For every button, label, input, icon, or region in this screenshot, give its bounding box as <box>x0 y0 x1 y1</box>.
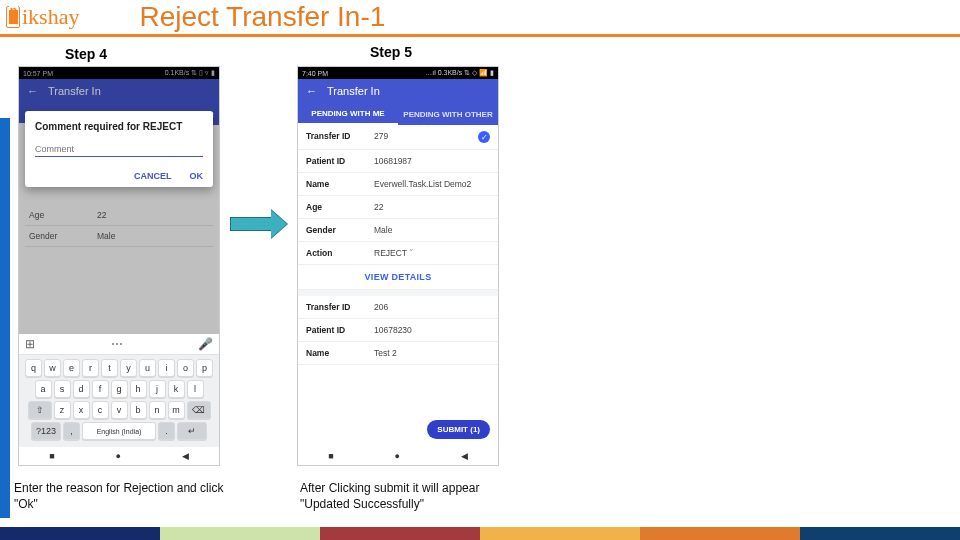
detail-row: Patient ID10681987 <box>298 150 498 173</box>
key-o[interactable]: o <box>177 359 194 377</box>
keyboard-suggestion-bar: ⊞ ⋯ 🎤 <box>19 334 219 355</box>
caption-step-4: Enter the reason for Rejection and click… <box>14 480 223 512</box>
key-q[interactable]: q <box>25 359 42 377</box>
detail-row: Age22 <box>298 196 498 219</box>
footer-color-bar <box>0 527 960 540</box>
mic-icon[interactable]: 🎤 <box>198 337 213 351</box>
nav-recent-icon[interactable]: ■ <box>328 451 333 461</box>
key-j[interactable]: j <box>149 380 166 398</box>
android-nav-bar: ■ ● ◀ <box>19 447 219 465</box>
view-details-button[interactable]: VIEW DETAILS <box>298 265 498 290</box>
key-⌫[interactable]: ⌫ <box>187 401 211 419</box>
key-f[interactable]: f <box>92 380 109 398</box>
logo: ikshay <box>6 4 79 30</box>
key-?123[interactable]: ?123 <box>31 422 61 440</box>
slide-title: Reject Transfer In-1 <box>139 1 385 33</box>
back-arrow-icon[interactable]: ← <box>306 85 317 97</box>
key-r[interactable]: r <box>82 359 99 377</box>
key-English (India)[interactable]: English (India) <box>82 422 156 440</box>
key-x[interactable]: x <box>73 401 90 419</box>
phone-step-4: 10:57 PM 0.1KB/s ⇅ ▯ ▿ ▮ ← Transfer In P… <box>18 66 220 466</box>
key-i[interactable]: i <box>158 359 175 377</box>
key-c[interactable]: c <box>92 401 109 419</box>
key-t[interactable]: t <box>101 359 118 377</box>
key-n[interactable]: n <box>149 401 166 419</box>
caption-step-5: After Clicking submit it will appear "Up… <box>300 480 479 512</box>
dialog-title: Comment required for REJECT <box>35 121 203 132</box>
ellipsis-icon[interactable]: ⋯ <box>111 337 123 351</box>
divider-rule <box>0 34 960 37</box>
key-k[interactable]: k <box>168 380 185 398</box>
key-w[interactable]: w <box>44 359 61 377</box>
key-.[interactable]: . <box>158 422 175 440</box>
detail-row: NameTest 2 <box>298 342 498 365</box>
comment-input[interactable] <box>35 142 203 157</box>
nav-home-icon[interactable]: ● <box>115 451 120 461</box>
app-bar: ← Transfer In <box>298 79 498 103</box>
status-bar: 7:40 PM …ıl 0.3KB/s ⇅ ◇ 📶 ▮ <box>298 67 498 79</box>
detail-row: Transfer ID206 <box>298 296 498 319</box>
key-⇧[interactable]: ⇧ <box>28 401 52 419</box>
nav-recent-icon[interactable]: ■ <box>49 451 54 461</box>
key-u[interactable]: u <box>139 359 156 377</box>
left-accent-strip <box>0 118 10 518</box>
step-5-label: Step 5 <box>370 44 412 60</box>
tab-bar: PENDING WITH ME PENDING WITH OTHER <box>298 103 498 125</box>
detail-row: Patient ID10678230 <box>298 319 498 342</box>
detail-row: NameEverwell.Task.List Demo2 <box>298 173 498 196</box>
detail-row: GenderMale <box>298 219 498 242</box>
key-a[interactable]: a <box>35 380 52 398</box>
step-4-label: Step 4 <box>65 46 107 62</box>
keyboard: qwertyuiop asdfghjkl ⇧zxcvbnm⌫ ?123,Engl… <box>19 355 219 447</box>
key-l[interactable]: l <box>187 380 204 398</box>
key-↵[interactable]: ↵ <box>177 422 207 440</box>
key-y[interactable]: y <box>120 359 137 377</box>
title-bar: ikshay Reject Transfer In-1 <box>0 0 960 34</box>
cancel-button[interactable]: CANCEL <box>134 171 172 181</box>
key-z[interactable]: z <box>54 401 71 419</box>
key-v[interactable]: v <box>111 401 128 419</box>
key-m[interactable]: m <box>168 401 185 419</box>
status-time: 7:40 PM <box>302 70 328 77</box>
nav-home-icon[interactable]: ● <box>394 451 399 461</box>
android-nav-bar: ■ ● ◀ <box>298 447 498 465</box>
key-d[interactable]: d <box>73 380 90 398</box>
key-p[interactable]: p <box>196 359 213 377</box>
logo-phone-icon <box>6 6 20 28</box>
nav-back-icon[interactable]: ◀ <box>182 451 189 461</box>
key-s[interactable]: s <box>54 380 71 398</box>
status-icons: …ıl 0.3KB/s ⇅ ◇ 📶 ▮ <box>425 69 494 77</box>
key-h[interactable]: h <box>130 380 147 398</box>
key-,[interactable]: , <box>63 422 80 440</box>
phone-step-5: 7:40 PM …ıl 0.3KB/s ⇅ ◇ 📶 ▮ ← Transfer I… <box>297 66 499 466</box>
tab-pending-with-other[interactable]: PENDING WITH OTHER <box>398 103 498 125</box>
nav-back-icon[interactable]: ◀ <box>461 451 468 461</box>
flow-arrow-icon <box>230 210 286 238</box>
detail-row: Transfer ID279✓ <box>298 125 498 150</box>
app-bar-title: Transfer In <box>327 85 380 97</box>
key-b[interactable]: b <box>130 401 147 419</box>
grid-icon[interactable]: ⊞ <box>25 337 35 351</box>
detail-row: ActionREJECT ˅ <box>298 242 498 265</box>
key-g[interactable]: g <box>111 380 128 398</box>
ok-button[interactable]: OK <box>190 171 204 181</box>
submit-button[interactable]: SUBMIT (1) <box>427 420 490 439</box>
check-icon: ✓ <box>478 131 490 143</box>
reject-comment-dialog: Comment required for REJECT CANCEL OK <box>25 111 213 187</box>
key-e[interactable]: e <box>63 359 80 377</box>
logo-text: ikshay <box>22 4 79 30</box>
tab-pending-with-me[interactable]: PENDING WITH ME <box>298 103 398 125</box>
